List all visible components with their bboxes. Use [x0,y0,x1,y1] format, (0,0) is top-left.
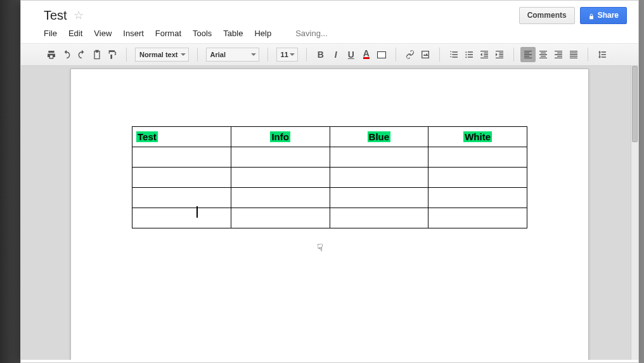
table-cell[interactable] [132,188,231,208]
menu-file[interactable]: File [44,29,57,38]
cell-text: White [463,131,492,142]
cell-text: Info [270,131,290,142]
table-row [132,168,527,188]
lock-icon [588,13,594,18]
table-cell[interactable] [132,168,231,188]
highlight-color-button[interactable] [374,47,389,62]
toolbar: Normal text Arial 11 B I U A [21,44,638,66]
page[interactable]: Test Info Blue White ☟ [70,69,589,360]
font-size-select[interactable]: 11 [276,48,298,62]
document-title[interactable]: Test [44,8,67,23]
increase-indent-icon[interactable] [492,47,507,62]
bulleted-list-icon[interactable] [461,47,477,62]
vertical-scrollbar[interactable] [631,66,638,360]
table-cell[interactable] [132,147,231,168]
share-button-label: Share [598,11,619,20]
table-cell[interactable] [428,168,527,188]
underline-button[interactable]: U [344,47,359,62]
align-right-icon[interactable] [551,47,566,62]
table-row [132,147,527,168]
google-docs-app: Test ☆ Comments Share File Edit View Ins… [20,0,639,363]
menu-table[interactable]: Table [223,29,243,38]
table-cell[interactable]: Test [132,127,231,147]
table-cell[interactable] [330,208,428,228]
scrollbar-thumb[interactable] [632,66,638,142]
font-family-select[interactable]: Arial [206,48,259,62]
table-cell[interactable] [428,147,527,168]
text-color-button[interactable]: A [359,47,374,62]
star-icon[interactable]: ☆ [74,8,84,22]
undo-icon[interactable] [59,47,74,62]
numbered-list-icon[interactable] [446,47,461,62]
title-bar: Test ☆ Comments Share [21,1,638,25]
paragraph-style-select[interactable]: Normal text [135,48,189,62]
table-cell[interactable] [231,208,330,228]
table-cell[interactable]: Info [231,127,330,147]
table-cell[interactable] [330,188,428,208]
insert-link-icon[interactable] [402,47,418,62]
print-icon[interactable] [44,47,59,62]
menu-view[interactable]: View [94,29,112,38]
menu-help[interactable]: Help [254,29,271,38]
align-justify-icon[interactable] [566,47,581,62]
menu-format[interactable]: Format [155,29,181,38]
share-button[interactable]: Share [580,7,627,24]
align-center-icon[interactable] [536,47,551,62]
cell-text: Test [136,131,158,142]
os-window-left-edge [0,0,20,363]
menu-edit[interactable]: Edit [68,29,82,38]
italic-button[interactable]: I [328,47,344,62]
bold-button[interactable]: B [313,47,328,62]
table-cell[interactable] [231,188,330,208]
menu-insert[interactable]: Insert [123,29,144,38]
comments-button[interactable]: Comments [519,7,575,24]
table-cell[interactable] [132,208,231,228]
menu-bar: File Edit View Insert Format Tools Table… [21,25,638,44]
decrease-indent-icon[interactable] [477,47,492,62]
table-cell[interactable] [231,147,330,168]
table-row: Test Info Blue White [132,127,527,147]
redo-icon[interactable] [74,47,89,62]
table-cell[interactable] [428,208,527,228]
menu-tools[interactable]: Tools [193,29,212,38]
text-caret [196,206,198,218]
table-row [132,208,527,228]
table-cell[interactable]: White [428,127,527,147]
paint-format-icon[interactable] [105,47,120,62]
save-status: Saving... [295,29,328,38]
insert-image-icon[interactable] [418,47,433,62]
document-area: Test Info Blue White ☟ [21,66,638,360]
table-cell[interactable]: Blue [330,127,428,147]
table-cell[interactable] [330,147,428,168]
document-table[interactable]: Test Info Blue White [132,126,527,228]
mouse-cursor-icon: ☟ [317,242,323,254]
line-spacing-icon[interactable] [595,47,610,62]
table-cell[interactable] [428,188,527,208]
table-cell[interactable] [231,168,330,188]
cell-text: Blue [368,131,391,142]
table-cell[interactable] [330,168,428,188]
align-left-icon[interactable] [520,47,536,62]
table-row [132,188,527,208]
clipboard-icon[interactable] [89,47,105,62]
